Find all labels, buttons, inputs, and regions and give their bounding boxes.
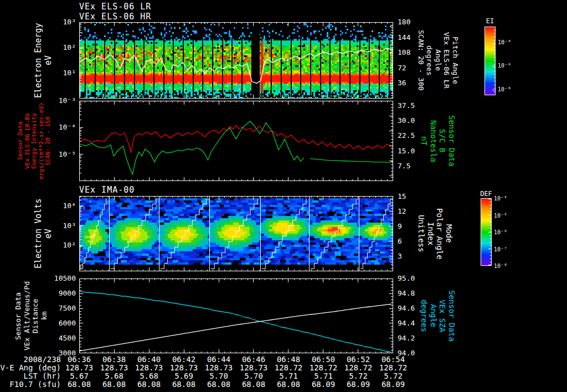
table-value-r0-c8: 128.72 <box>341 363 375 372</box>
def-colorbar <box>481 198 492 266</box>
ei-colorbar-units: ergs/(cm**2-sr-sec-eV) <box>517 22 523 95</box>
els-left-tick-0: 10³ <box>47 18 76 26</box>
table-value-r1-c7: 5.71 <box>306 372 341 380</box>
ima-right-tick-3: 6 <box>398 237 426 245</box>
intensity-right-tick-0: 37.5 <box>398 101 426 110</box>
intensity-left-label-scan: SCAN: 20 - 150 <box>44 101 51 181</box>
table-value-r0-c3: 128.73 <box>167 363 201 372</box>
ephemeris-line-chart <box>79 278 393 353</box>
ephemeris-right-tick-4: 94.2 <box>398 334 426 342</box>
table-value-r2-c0: 68.08 <box>62 380 96 389</box>
time-tick-8: 06:52 <box>341 355 375 364</box>
ima-spectrogram <box>79 196 393 271</box>
ima-right-tick-2: 9 <box>398 222 426 230</box>
intensity-line-chart <box>79 101 393 181</box>
els-right-tick-3: 72 <box>398 64 426 72</box>
ima-right-tick-4: 3 <box>398 252 426 260</box>
alt-label-name: VEx Alt/Venus/Pd <box>23 278 32 353</box>
ima-right-label-index: Index <box>426 196 435 271</box>
table-value-r0-c9: 128.72 <box>376 363 410 372</box>
alt-label-distance: Distance <box>31 278 40 353</box>
els-right-tick-1: 144 <box>398 33 426 42</box>
els-right-tick-2: 108 <box>398 48 426 56</box>
table-value-r0-c7: 128.72 <box>306 363 341 372</box>
table-value-r2-c8: 68.09 <box>341 380 375 389</box>
ephemeris-right-tick-3: 94.4 <box>398 319 426 327</box>
ima-right-label-mode: Mode <box>444 196 453 271</box>
time-tick-3: 06:42 <box>167 355 201 364</box>
table-value-r2-c9: 68.09 <box>376 380 410 389</box>
panel1-title-hr: VEx ELS-06 HR <box>79 12 151 22</box>
ei-colorbar-tick-2: 10⁻⁸ <box>498 86 517 92</box>
time-tick-5: 06:46 <box>236 355 271 364</box>
ephemeris-right-tick-2: 94.6 <box>398 304 426 312</box>
els-left-tick-2: 10¹ <box>47 69 76 77</box>
def-colorbar-tick-4: 10⁻⁸ <box>494 263 513 269</box>
ephemeris-right-tick-0: 95.0 <box>398 274 426 282</box>
ima-left-label-line1: Electron Volts <box>33 196 43 271</box>
time-tick-0: 06:36 <box>62 355 96 364</box>
table-value-r0-c4: 128.73 <box>202 363 236 372</box>
time-tick-9: 06:54 <box>376 355 410 364</box>
els-right-label-pitch-angle: Pitch Angle <box>451 22 460 99</box>
panel1-title-lr: VEx ELS-06 LR <box>79 2 151 12</box>
ei-colorbar-tick-1: 10⁻⁶ <box>498 63 517 69</box>
table-value-r2-c1: 68.08 <box>97 380 131 389</box>
table-value-r1-c5: 5.70 <box>236 372 271 380</box>
ima-right-tick-0: 15 <box>398 192 426 200</box>
ephemeris-left-tick-1: 9000 <box>47 289 76 297</box>
scb-label-name: S/C B <box>438 101 447 181</box>
table-value-r1-c2: 5.68 <box>132 372 166 380</box>
ephemeris-left-axis-label: Sensor Data VEx Alt/Venus/Pd Distance km <box>14 278 48 353</box>
els-left-tick-1: 10² <box>47 43 76 51</box>
els-right-label-instrument: VEx ELS-06 LR <box>442 22 451 99</box>
panel3-title-ima: VEx IMA-00 <box>79 185 135 195</box>
ima-left-tick-0: 10⁴ <box>47 202 76 210</box>
table-value-r2-c6: 68.08 <box>271 380 306 389</box>
els-right-tick-4: 36 <box>398 79 426 87</box>
table-value-r0-c2: 128.73 <box>132 363 166 372</box>
table-value-r0-c5: 128.73 <box>236 363 271 372</box>
els-right-label-angle: Angle <box>434 22 442 99</box>
intensity-right-tick-3: 15.0 <box>398 147 426 155</box>
table-value-r2-c7: 68.09 <box>306 380 341 389</box>
intensity-right-tick-2: 22.5 <box>398 131 426 140</box>
ima-right-label-polar-angle: Polar Angle <box>435 196 445 271</box>
table-value-r1-c4: 5.70 <box>202 372 236 380</box>
ei-colorbar-tick-0: 10⁻⁴ <box>498 39 517 45</box>
table-value-r1-c6: 5.71 <box>271 372 306 380</box>
ei-colorbar <box>484 27 496 95</box>
ima-left-tick-2: 10² <box>47 241 76 249</box>
time-tick-2: 06:40 <box>132 355 166 364</box>
intensity-left-tick-1: 10⁻⁴ <box>47 123 76 131</box>
vex-summary-plot: VEx ELS-06 LR VEx ELS-06 HR VEx IMA-00 E… <box>0 0 567 392</box>
sza-label-sensor-data: Sensor Data <box>447 278 456 353</box>
time-tick-6: 06:48 <box>271 355 306 364</box>
table-value-r1-c3: 5.69 <box>167 372 201 380</box>
els-right-tick-0: 180 <box>398 18 426 26</box>
time-tick-7: 06:50 <box>306 355 341 364</box>
scb-label-nanotesla: Nanotesla <box>429 101 438 181</box>
time-tick-4: 06:44 <box>202 355 236 364</box>
def-colorbar-tick-2: 10⁻⁶ <box>494 229 513 235</box>
ephemeris-left-tick-2: 7500 <box>47 304 76 312</box>
ei-colorbar-title: EI <box>484 17 496 25</box>
ei-colorbar-units-text: ergs/(cm**2-sr-sec-eV) <box>517 22 523 95</box>
table-value-r2-c5: 68.08 <box>236 380 271 389</box>
table-value-r0-c1: 128.73 <box>97 363 131 372</box>
intensity-right-tick-4: 7.5 <box>398 162 426 170</box>
els-spectrogram <box>79 22 393 99</box>
alt-label-sensor-data: Sensor Data <box>14 278 23 353</box>
sza-label-angle: Angle <box>429 278 438 353</box>
intensity-left-label-sensor-data: Sensor Data <box>17 101 24 181</box>
sza-label-name: VEx SZA <box>438 278 447 353</box>
row-label-ve-ang: V-E Ang (deg) <box>0 363 61 372</box>
intensity-left-label-quantity: Energy Intensity <box>30 101 38 181</box>
table-value-r1-c0: 5.67 <box>62 372 96 380</box>
intensity-right-tick-1: 30.0 <box>398 116 426 125</box>
def-colorbar-tick-3: 10⁻⁷ <box>494 246 513 252</box>
table-value-r2-c4: 68.08 <box>202 380 236 389</box>
row-label-lst: LST (hr) <box>0 372 61 380</box>
table-value-r1-c8: 5.72 <box>341 372 375 380</box>
ima-left-tick-1: 10³ <box>47 221 76 230</box>
